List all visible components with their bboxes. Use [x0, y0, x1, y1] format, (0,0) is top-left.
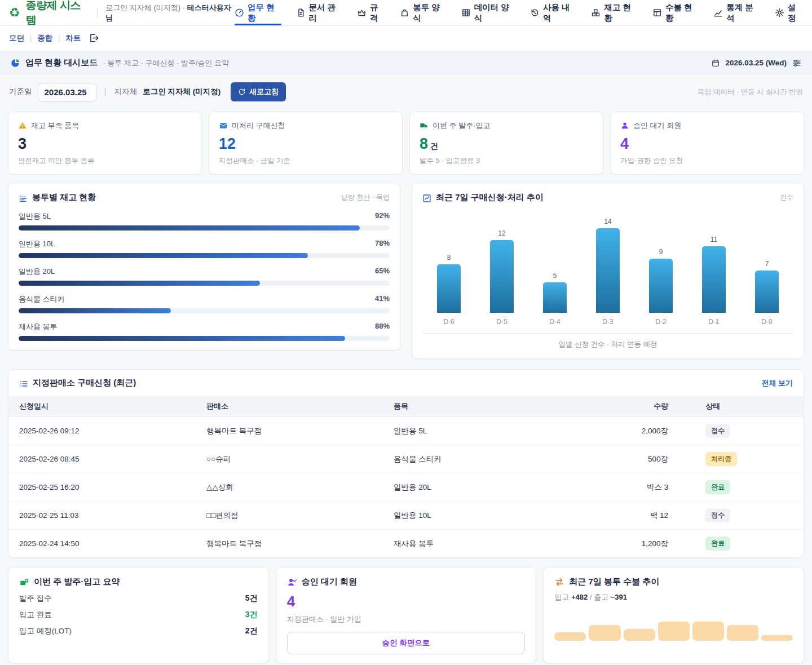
- column-header: 상태: [683, 401, 793, 411]
- flow-mini-bar: [761, 635, 793, 641]
- nav-item-data-forms[interactable]: 데이터 양식: [461, 0, 515, 25]
- stock-percent: 92%: [375, 211, 390, 221]
- stat-value: 8건: [420, 136, 593, 152]
- table-row[interactable]: 2025-02-25 16:20△△상회일반용 20L박스 3완료: [8, 473, 804, 501]
- stat-card-pending-requests: 미처리 구매신청12지정판매소 · 금일 기준: [209, 112, 403, 175]
- requests-table-title: 지정판매소 구매신청 (최근): [33, 378, 136, 388]
- summary-row: 입고 완료3건: [19, 610, 258, 620]
- trend-bar: [755, 271, 779, 313]
- user-check-icon: [287, 577, 297, 587]
- nav-item-inventory[interactable]: 재고 현황: [591, 0, 637, 25]
- mail-icon: [219, 121, 228, 130]
- cell-item: 음식물 스티커: [394, 454, 581, 464]
- warning-icon: [18, 121, 27, 130]
- table-body: 2025-02-26 09:12행복마트 북구점일반용 5L2,000장접수20…: [8, 416, 804, 557]
- approval-card: 승인 대기 회원 4 지정판매소 · 일반 가입 승인 화면으로: [276, 567, 537, 664]
- cell-store: 행복마트 북구점: [206, 539, 394, 549]
- flow-card-title: 최근 7일 봉투 수불 추이: [569, 577, 659, 587]
- nav-item-specs[interactable]: 규격: [357, 0, 385, 25]
- subnav-link-chart[interactable]: 차트: [65, 33, 81, 43]
- nav-item-statistics[interactable]: 통계 분석: [713, 0, 760, 25]
- trend-bar-column: 11D-1: [687, 206, 740, 326]
- divider: |: [30, 34, 32, 42]
- subnav-link-modern[interactable]: 모던: [9, 33, 24, 43]
- nav-item-bag-forms[interactable]: 봉투 양식: [400, 0, 446, 25]
- cell-qty: 팩 12: [581, 511, 683, 521]
- stat-sub: 안전재고 미만 봉투 종류: [18, 156, 192, 166]
- bar-x-label: D-3: [602, 318, 613, 326]
- stat-sub: 지정판매소 · 금일 기준: [219, 156, 392, 166]
- summary-value: 5건: [245, 593, 258, 604]
- filter-sliders-icon[interactable]: [792, 58, 802, 68]
- nav-item-documents[interactable]: 문서 관리: [296, 0, 342, 25]
- summary-value: 3건: [245, 610, 258, 620]
- summary-value: 2건: [245, 626, 258, 636]
- stat-label: 이번 주 발주·입고: [433, 121, 491, 131]
- trend-bar: [490, 240, 514, 313]
- progress-track: [19, 336, 390, 341]
- bag-type-label: 일반용 20L: [19, 267, 55, 277]
- status-badge: 처리중: [705, 452, 737, 466]
- column-header: 판매소: [206, 401, 394, 411]
- order-summary-card: 이번 주 발주·입고 요약 발주 접수5건입고 완료3건입고 예정(LOT)2건: [8, 567, 269, 664]
- stat-label: 승인 대기 회원: [633, 121, 681, 131]
- cell-store: ○○슈퍼: [206, 454, 394, 464]
- stat-sub: 가입·권한 승인 요청: [620, 156, 794, 166]
- bag-type-label: 일반용 5L: [19, 211, 51, 221]
- stat-card-pending-members: 승인 대기 회원4가입·권한 승인 요청: [610, 112, 804, 175]
- line-chart-icon: [422, 193, 431, 203]
- stat-cards: 재고 부족 품목3안전재고 미만 봉투 종류미처리 구매신청12지정판매소 · …: [8, 112, 804, 175]
- approval-card-title: 승인 대기 회원: [302, 577, 357, 587]
- table-row[interactable]: 2025-02-26 09:12행복마트 북구점일반용 5L2,000장접수: [8, 416, 804, 445]
- chart-panels: 봉투별 재고 현황 낱장 환산 · 목업 일반용 5L92%일반용 10L78%…: [8, 183, 804, 359]
- cell-item: 일반용 5L: [394, 426, 581, 436]
- ledger-icon: [652, 8, 662, 17]
- trend-bar: [649, 259, 673, 313]
- header-date[interactable]: 2026.03.25 (Wed): [725, 59, 787, 67]
- inventory-row: 재사용 봉투88%: [19, 322, 390, 341]
- stock-percent: 65%: [375, 267, 390, 277]
- requests-table-panel: 지정판매소 구매신청 (최근) 전체 보기 신청일시판매소품목수량상태 2025…: [8, 369, 804, 558]
- base-date-input[interactable]: [38, 83, 96, 101]
- trend-bar: [543, 282, 567, 313]
- stat-label: 미처리 구매신청: [232, 121, 285, 131]
- gear-icon: [775, 8, 784, 17]
- trend-caption: 일별 신청 건수 · 처리 연동 예정: [422, 333, 793, 349]
- nav-item-usage-history[interactable]: 사용 내역: [530, 0, 576, 25]
- table-row[interactable]: 2025-02-25 11:03□□편의점일반용 10L팩 12접수: [8, 501, 804, 529]
- trend-bar-column: 5D-4: [528, 206, 581, 326]
- nav-item-settings[interactable]: 설정: [775, 0, 803, 25]
- trend-bar-column: 12D-5: [475, 206, 528, 326]
- flow-mini-bar: [589, 625, 620, 641]
- flow-mini-bar: [692, 622, 724, 641]
- order-summary-title: 이번 주 발주·입고 요약: [34, 577, 120, 587]
- bar-x-label: D-1: [708, 318, 719, 326]
- subnav-link-combined[interactable]: 종합: [37, 33, 52, 43]
- table-header: 신청일시판매소품목수량상태: [8, 396, 804, 416]
- progress-fill: [19, 225, 360, 230]
- bar-x-label: D-6: [443, 318, 454, 326]
- inventory-row: 일반용 5L92%: [19, 211, 390, 230]
- dashboard-icon: [235, 8, 244, 17]
- main-nav: 업무 현황문서 관리규격봉투 양식데이터 양식사용 내역재고 현황수불 현황통계…: [235, 0, 803, 25]
- cell-qty: 2,000장: [581, 426, 683, 436]
- table-row[interactable]: 2025-02-26 08:45○○슈퍼음식물 스티커500장처리중: [8, 445, 804, 473]
- bar-value-label: 12: [498, 229, 505, 237]
- view-all-link[interactable]: 전체 보기: [761, 378, 793, 388]
- nav-item-ledger[interactable]: 수불 현황: [652, 0, 699, 25]
- logout-icon[interactable]: [89, 33, 99, 43]
- progress-track: [19, 225, 390, 230]
- inventory-row: 일반용 20L65%: [19, 267, 390, 286]
- bag-type-label: 재사용 봉투: [19, 322, 58, 332]
- refresh-button[interactable]: 새로고침: [231, 82, 286, 101]
- approval-count: 4: [287, 593, 526, 610]
- trend-panel-title: 최근 7일 구매신청·처리 추이: [436, 192, 544, 203]
- stat-label: 재고 부족 품목: [31, 121, 79, 131]
- inbox-box-icon: [19, 577, 29, 587]
- stat-value: 12: [219, 136, 392, 152]
- subnav-links: 모던|종합|차트: [9, 33, 81, 43]
- go-approval-button[interactable]: 승인 화면으로: [287, 632, 526, 654]
- nav-item-dashboard[interactable]: 업무 현황: [235, 0, 281, 25]
- bottom-cards: 이번 주 발주·입고 요약 발주 접수5건입고 완료3건입고 예정(LOT)2건…: [8, 567, 804, 664]
- table-row[interactable]: 2025-02-24 14:50행복마트 북구점재사용 봉투1,200장완료: [8, 529, 804, 557]
